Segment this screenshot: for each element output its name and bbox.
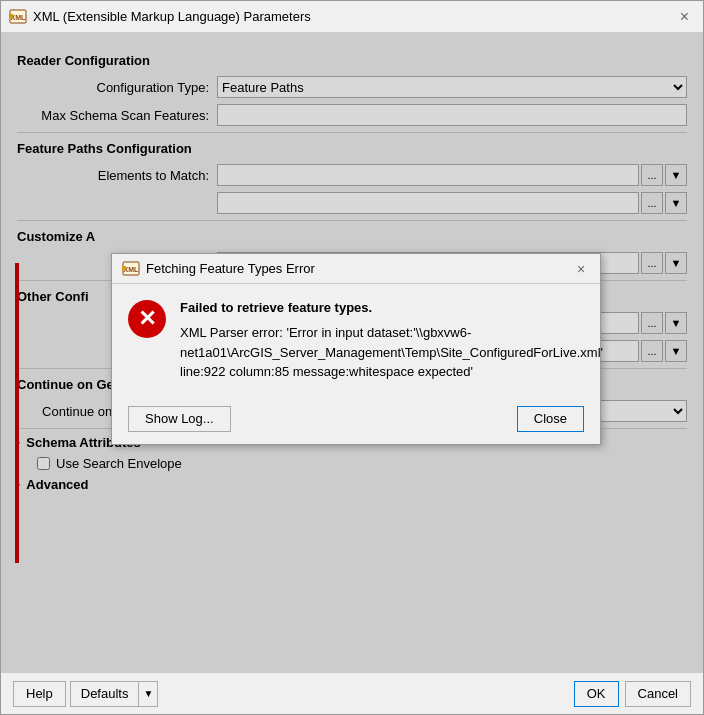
title-bar: XML XML (Extensible Markup Language) Par… [1, 1, 703, 33]
dialog-body: ✕ Failed to retrieve feature types. XML … [112, 284, 600, 398]
dialog-title-left: XML Fetching Feature Types Error [122, 260, 315, 278]
main-window: XML XML (Extensible Markup Language) Par… [0, 0, 704, 715]
defaults-button[interactable]: Defaults [70, 681, 139, 707]
error-dialog: XML Fetching Feature Types Error × ✕ [111, 253, 601, 445]
dialog-close-button[interactable]: Close [517, 406, 584, 432]
defaults-split-button[interactable]: Defaults ▼ [70, 681, 159, 707]
bottom-right-buttons: OK Cancel [574, 681, 691, 707]
dialog-close-x-button[interactable]: × [572, 260, 590, 278]
dialog-footer: Show Log... Close [112, 398, 600, 444]
cancel-button[interactable]: Cancel [625, 681, 691, 707]
dialog-title-text: Fetching Feature Types Error [146, 261, 315, 276]
svg-rect-6 [122, 266, 126, 270]
bottom-left-buttons: Help Defaults ▼ [13, 681, 158, 707]
ok-button[interactable]: OK [574, 681, 619, 707]
defaults-arrow-button[interactable]: ▼ [138, 681, 158, 707]
xml-icon: XML [9, 8, 27, 26]
svg-rect-3 [9, 14, 13, 18]
bottom-bar: Help Defaults ▼ OK Cancel [1, 672, 703, 714]
dialog-message: Failed to retrieve feature types. XML Pa… [180, 300, 603, 382]
help-button[interactable]: Help [13, 681, 66, 707]
content-area: Reader Configuration Configuration Type:… [1, 33, 703, 672]
dialog-title-bar: XML Fetching Feature Types Error × [112, 254, 600, 284]
dialog-xml-icon: XML [122, 260, 140, 278]
modal-overlay: XML Fetching Feature Types Error × ✕ [1, 33, 703, 672]
error-icon: ✕ [128, 300, 166, 338]
window-title: XML (Extensible Markup Language) Paramet… [33, 9, 311, 24]
dialog-main-text: Failed to retrieve feature types. [180, 300, 603, 315]
title-bar-left: XML XML (Extensible Markup Language) Par… [9, 8, 311, 26]
error-x-symbol: ✕ [138, 306, 156, 332]
dialog-detail-text: XML Parser error: 'Error in input datase… [180, 323, 603, 382]
show-log-button[interactable]: Show Log... [128, 406, 231, 432]
window-close-button[interactable]: × [674, 7, 695, 27]
